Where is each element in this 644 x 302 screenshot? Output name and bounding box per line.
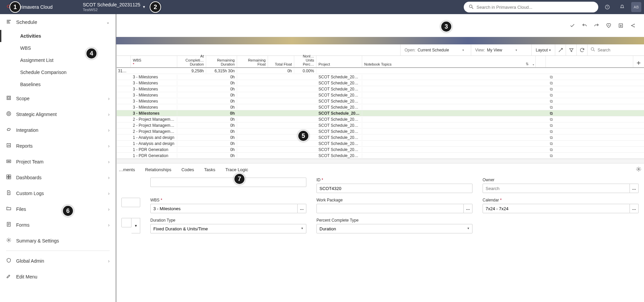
oracle-logo-icon: [7, 4, 13, 10]
svg-line-2: [472, 7, 473, 9]
project-switcher[interactable]: SCOT Schedule_20231125 TestWS2 ▼: [83, 2, 146, 12]
project-name: SCOT Schedule_20231125: [83, 2, 140, 8]
user-avatar[interactable]: AB: [631, 2, 641, 12]
chevron-down-icon: ▼: [142, 5, 146, 9]
bell-icon[interactable]: [616, 1, 628, 13]
global-search-input[interactable]: [477, 5, 594, 10]
search-icon: [468, 4, 474, 10]
svg-text:?: ?: [607, 5, 608, 9]
svg-point-1: [469, 5, 472, 7]
project-workspace: TestWS2: [83, 8, 140, 12]
app-topbar: Primavera Cloud SCOT Schedule_20231125 T…: [0, 0, 644, 14]
app-name: Primavera Cloud: [17, 4, 52, 10]
svg-point-0: [7, 5, 11, 8]
help-icon[interactable]: ?: [602, 1, 613, 13]
global-search[interactable]: [464, 2, 598, 12]
